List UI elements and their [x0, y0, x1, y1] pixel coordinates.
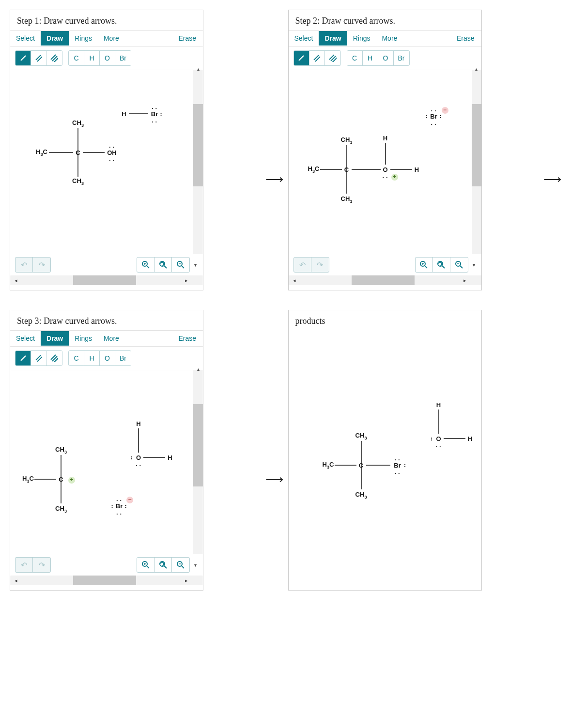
erase-button[interactable]: Erase — [171, 331, 203, 346]
atom-c-button[interactable]: C — [347, 51, 363, 65]
atom-o: O — [383, 166, 387, 173]
sub-toolbar: C H O Br — [289, 46, 481, 70]
redo-button[interactable]: ↷ — [33, 558, 50, 572]
undo-button[interactable]: ↶ — [15, 558, 33, 572]
tab-select[interactable]: Select — [10, 31, 41, 46]
lone-pair: .. — [430, 120, 437, 126]
horizontal-scrollbar[interactable]: ◂ ▸ — [289, 275, 481, 285]
tab-rings[interactable]: Rings — [69, 331, 98, 346]
tab-select[interactable]: Select — [289, 31, 319, 46]
dropdown-caret-icon[interactable]: ▾ — [193, 562, 198, 568]
single-bond-button[interactable] — [15, 51, 31, 65]
lone-pair: .. — [430, 106, 437, 113]
zoom-reset-button[interactable] — [154, 558, 172, 572]
double-bond-button[interactable] — [31, 351, 46, 365]
tab-select[interactable]: Select — [10, 331, 41, 346]
tab-draw[interactable]: Draw — [41, 31, 69, 46]
drawing-canvas[interactable]: ▴ C CH3 CH3 H3C O H H .. — [289, 70, 481, 254]
atom-h-button[interactable]: H — [363, 51, 378, 65]
main-toolbar: Select Draw Rings More Erase — [10, 330, 203, 347]
atom-h-button[interactable]: H — [84, 351, 100, 365]
hscroll-thumb[interactable] — [73, 576, 136, 585]
zoom-in-button[interactable] — [137, 258, 154, 272]
vertical-scrollbar[interactable]: ▴ — [193, 70, 203, 254]
zoom-out-button[interactable] — [172, 558, 189, 572]
single-bond-button[interactable] — [15, 351, 31, 365]
zoom-in-button[interactable] — [137, 558, 154, 572]
atom-h: H — [383, 135, 387, 142]
atom-o-button[interactable]: O — [100, 351, 115, 365]
hscroll-thumb[interactable] — [73, 275, 136, 285]
lone-pair: : — [130, 455, 134, 461]
atom-c-button[interactable]: C — [69, 351, 84, 365]
erase-button[interactable]: Erase — [450, 31, 481, 46]
tab-more[interactable]: More — [98, 31, 125, 46]
zoom-out-button[interactable] — [172, 258, 189, 272]
lone-pair: .. — [135, 461, 142, 468]
label-ch3-up: CH3 — [55, 446, 67, 455]
scroll-up[interactable]: ▴ — [193, 65, 203, 72]
svg-line-12 — [147, 266, 149, 268]
atom-o-button[interactable]: O — [100, 51, 115, 65]
scroll-up[interactable]: ▴ — [472, 65, 481, 72]
bottom-controls: ↶ ↷ ▾ — [10, 254, 203, 275]
erase-button[interactable]: Erase — [171, 31, 203, 46]
dropdown-caret-icon[interactable]: ▾ — [471, 262, 477, 268]
scroll-left[interactable]: ◂ — [11, 275, 21, 285]
dropdown-caret-icon[interactable]: ▾ — [193, 262, 198, 268]
double-bond-button[interactable] — [309, 51, 325, 65]
atom-h-button[interactable]: H — [84, 51, 100, 65]
scroll-right[interactable]: ▸ — [460, 275, 470, 285]
reaction-arrow: ⟶ — [265, 10, 283, 290]
tab-more[interactable]: More — [98, 331, 125, 346]
triple-bond-button[interactable] — [46, 51, 62, 65]
single-bond-button[interactable] — [294, 51, 309, 65]
zoom-reset-button[interactable] — [433, 258, 450, 272]
horizontal-scrollbar[interactable]: ◂ ▸ — [10, 576, 203, 585]
redo-button[interactable]: ↷ — [311, 258, 329, 272]
drawing-canvas[interactable]: ▴ C CH3 CH3 H3C OH .. .. H — [10, 70, 203, 254]
atom-br-button[interactable]: Br — [115, 351, 131, 365]
scroll-thumb[interactable] — [193, 104, 203, 186]
step-title: Step 3: Draw curved arrows. — [10, 310, 203, 330]
hscroll-thumb[interactable] — [352, 275, 415, 285]
tab-rings[interactable]: Rings — [347, 31, 376, 46]
triple-bond-button[interactable] — [46, 351, 62, 365]
label-h3c: H3C — [323, 461, 334, 470]
scroll-thumb[interactable] — [472, 104, 481, 186]
vertical-scrollbar[interactable]: ▴ — [472, 70, 481, 254]
zoom-reset-button[interactable] — [154, 258, 172, 272]
redo-button[interactable]: ↷ — [33, 258, 50, 272]
scroll-right[interactable]: ▸ — [182, 275, 191, 285]
drawing-canvas[interactable]: ▴ C CH3 CH3 H3C + O — [10, 370, 203, 554]
lone-pair: : — [439, 113, 443, 120]
lone-pair: .. — [394, 469, 401, 475]
atom-br-button[interactable]: Br — [115, 51, 131, 65]
reaction-arrow: ⟶ — [265, 310, 283, 591]
tab-more[interactable]: More — [376, 31, 403, 46]
atom-c-button[interactable]: C — [69, 51, 84, 65]
tab-draw[interactable]: Draw — [319, 31, 347, 46]
atom-br: Br — [430, 113, 437, 120]
tab-draw[interactable]: Draw — [41, 331, 69, 346]
scroll-right[interactable]: ▸ — [182, 576, 191, 585]
scroll-left[interactable]: ◂ — [11, 576, 21, 585]
double-bond-button[interactable] — [31, 51, 46, 65]
label-oh: OH — [107, 149, 117, 156]
charge-minus: − — [442, 106, 448, 114]
triple-bond-button[interactable] — [325, 51, 340, 65]
scroll-left[interactable]: ◂ — [290, 275, 299, 285]
undo-button[interactable]: ↶ — [15, 258, 33, 272]
scroll-thumb[interactable] — [193, 404, 203, 486]
tab-rings[interactable]: Rings — [69, 31, 98, 46]
lone-pair: .. — [108, 156, 115, 163]
zoom-in-button[interactable] — [416, 258, 433, 272]
scroll-up[interactable]: ▴ — [193, 365, 203, 372]
atom-br-button[interactable]: Br — [394, 51, 409, 65]
lone-pair: : — [159, 111, 163, 117]
zoom-out-button[interactable] — [450, 258, 468, 272]
vertical-scrollbar[interactable]: ▴ — [193, 370, 203, 554]
undo-button[interactable]: ↶ — [294, 258, 311, 272]
horizontal-scrollbar[interactable]: ◂ ▸ — [10, 275, 203, 285]
atom-o-button[interactable]: O — [378, 51, 394, 65]
